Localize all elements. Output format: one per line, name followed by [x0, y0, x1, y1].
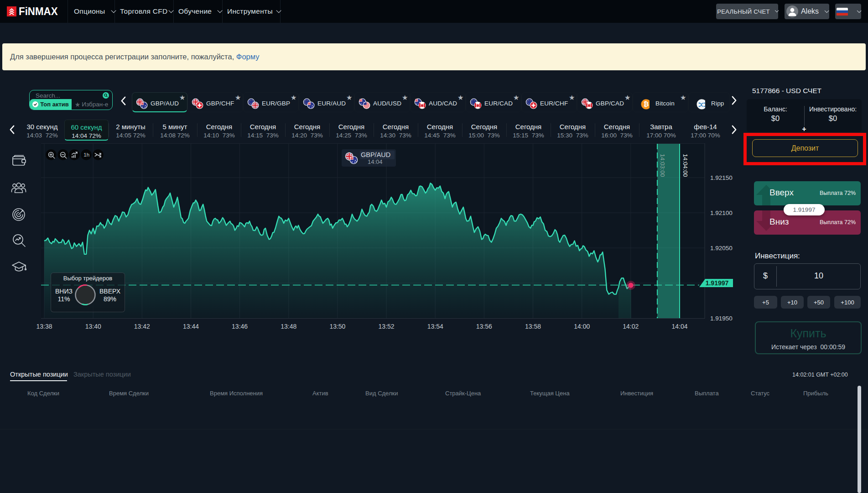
svg-text:1.92100: 1.92100 [710, 210, 733, 216]
svg-text:13:46: 13:46 [232, 323, 248, 330]
svg-text:13:40: 13:40 [85, 323, 101, 330]
svg-text:13:52: 13:52 [379, 323, 395, 330]
svg-text:1h: 1h [83, 152, 89, 157]
svg-text:14:04: 14:04 [671, 323, 687, 330]
svg-text:13:38: 13:38 [36, 323, 52, 330]
svg-text:13:44: 13:44 [183, 323, 199, 330]
svg-text:13:56: 13:56 [476, 323, 492, 330]
svg-text:14:02: 14:02 [623, 323, 639, 330]
svg-text:13:58: 13:58 [525, 323, 541, 330]
svg-text:1.92150: 1.92150 [710, 174, 733, 181]
svg-text:1.91997: 1.91997 [706, 279, 729, 287]
svg-text:14:03:00: 14:03:00 [659, 154, 666, 177]
svg-text:13:54: 13:54 [427, 323, 443, 330]
svg-text:14:04:00: 14:04:00 [682, 154, 689, 177]
svg-text:13:48: 13:48 [281, 323, 296, 330]
svg-text:14:00: 14:00 [574, 323, 590, 330]
svg-text:13:50: 13:50 [329, 323, 345, 330]
svg-text:1.92050: 1.92050 [710, 245, 733, 252]
svg-text:₿: ₿ [644, 100, 649, 108]
svg-text:1.91950: 1.91950 [710, 315, 733, 322]
svg-text:13:42: 13:42 [134, 323, 150, 330]
